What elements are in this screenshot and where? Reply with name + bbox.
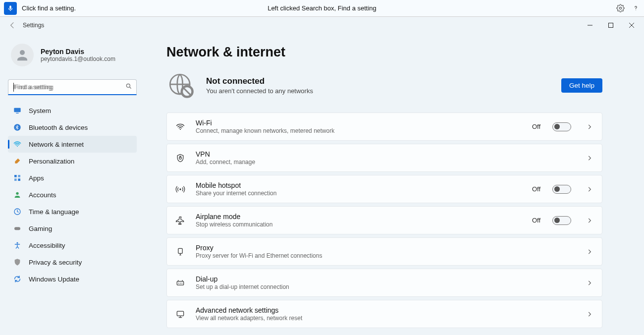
apps-icon	[13, 173, 22, 182]
card-mobile-hotspot[interactable]: Mobile hotspot Share your internet conne…	[166, 175, 602, 203]
sidebar-item-label: Personalization	[29, 158, 74, 165]
chevron-right-icon	[586, 248, 593, 255]
vpn-shield-icon	[175, 153, 186, 163]
sidebar-item-accounts[interactable]: Accounts	[8, 186, 137, 203]
svg-point-14	[16, 192, 18, 195]
connection-status: Not connected You aren't connected to an…	[166, 71, 602, 100]
svg-point-5	[126, 84, 130, 87]
microphone-icon	[7, 5, 14, 12]
search-input[interactable]	[8, 83, 136, 91]
svg-rect-12	[14, 178, 17, 181]
card-airplane-mode[interactable]: Airplane mode Stop wireless communicatio…	[166, 206, 602, 234]
card-subtitle: Share your internet connection	[196, 190, 522, 197]
profile-name: Peyton Davis	[41, 48, 115, 56]
profile-email: peytondavis.1@outlook.com	[41, 56, 115, 62]
card-title: Dial-up	[196, 275, 576, 283]
sidebar-item-gaming[interactable]: Gaming	[8, 220, 137, 237]
dialup-icon	[175, 278, 186, 288]
card-dialup[interactable]: Dial-up Set up a dial-up internet connec…	[166, 269, 602, 297]
sidebar-item-apps[interactable]: Apps	[8, 169, 137, 186]
card-vpn[interactable]: VPN Add, connect, manage	[166, 144, 602, 172]
wifi-icon	[175, 122, 186, 132]
help-icon[interactable]	[632, 4, 640, 12]
window-title: Settings	[23, 22, 44, 29]
minimize-button[interactable]	[586, 21, 594, 30]
wifi-icon	[13, 140, 22, 149]
airplane-toggle[interactable]	[552, 216, 571, 225]
sidebar-item-privacy[interactable]: Privacy & security	[8, 254, 137, 271]
maximize-button[interactable]	[606, 21, 615, 30]
sidebar-item-windows-update[interactable]: Windows Update	[8, 271, 137, 287]
card-wifi[interactable]: Wi-Fi Connect, manage known networks, me…	[166, 112, 602, 141]
search-box[interactable]: Find a setting	[8, 79, 137, 95]
avatar	[11, 44, 34, 66]
status-subtitle: You aren't connected to any networks	[206, 87, 313, 95]
svg-point-0	[619, 7, 621, 9]
wifi-toggle[interactable]	[552, 122, 571, 131]
gamepad-icon	[13, 224, 22, 233]
sidebar-item-label: Network & internet	[29, 141, 84, 148]
toggle-state-label: Off	[532, 123, 540, 130]
sidebar-item-label: Gaming	[29, 225, 52, 232]
card-title: Airplane mode	[196, 213, 522, 221]
sidebar-item-time-language[interactable]: Time & language	[8, 203, 137, 220]
close-button[interactable]	[627, 21, 636, 30]
svg-point-4	[20, 50, 25, 55]
instruction-text: Click find a setting.	[22, 4, 76, 12]
card-subtitle: Proxy server for Wi-Fi and Ethernet conn…	[196, 252, 576, 259]
microphone-button[interactable]	[4, 2, 17, 15]
airplane-icon	[175, 216, 186, 225]
svg-point-28	[180, 282, 181, 283]
brush-icon	[13, 157, 22, 166]
svg-point-2	[636, 9, 636, 10]
globe-clock-icon	[13, 207, 22, 216]
card-title: Mobile hotspot	[196, 181, 522, 189]
sidebar-item-personalization[interactable]: Personalization	[8, 153, 137, 169]
svg-rect-25	[178, 248, 182, 253]
svg-point-27	[178, 282, 179, 283]
account-icon	[13, 190, 22, 199]
person-icon	[15, 48, 30, 62]
svg-point-17	[17, 242, 18, 244]
hotspot-toggle[interactable]	[552, 185, 571, 194]
accessibility-icon	[13, 241, 22, 250]
card-subtitle: Add, connect, manage	[196, 159, 576, 166]
sidebar: Peyton Davis peytondavis.1@outlook.com F…	[0, 34, 149, 335]
sidebar-item-label: Windows Update	[29, 276, 79, 283]
sidebar-item-label: System	[29, 107, 51, 114]
card-subtitle: Set up a dial-up internet connection	[196, 283, 576, 290]
sidebar-item-label: Apps	[29, 174, 44, 182]
sidebar-item-bluetooth[interactable]: Bluetooth & devices	[8, 119, 137, 136]
sidebar-item-system[interactable]: System	[8, 102, 137, 119]
shield-icon	[13, 258, 22, 267]
svg-rect-6	[14, 108, 20, 112]
window-chrome: Settings	[0, 17, 644, 34]
chevron-right-icon	[586, 279, 593, 286]
card-proxy[interactable]: Proxy Proxy server for Wi-Fi and Etherne…	[166, 237, 602, 266]
svg-rect-16	[14, 227, 20, 230]
card-subtitle: Stop wireless communication	[196, 221, 522, 228]
card-title: VPN	[196, 150, 576, 158]
text-cursor	[13, 83, 14, 92]
chevron-right-icon	[586, 186, 593, 193]
back-button[interactable]	[8, 21, 17, 30]
sidebar-item-network[interactable]: Network & internet	[8, 136, 137, 153]
card-subtitle: View all network adapters, network reset	[196, 315, 576, 322]
profile-block[interactable]: Peyton Davis peytondavis.1@outlook.com	[8, 42, 137, 72]
svg-rect-30	[177, 311, 183, 316]
sidebar-item-label: Accounts	[29, 191, 56, 199]
back-arrow-icon	[8, 21, 16, 29]
card-subtitle: Connect, manage known networks, metered …	[196, 127, 522, 134]
svg-rect-3	[609, 23, 613, 28]
svg-rect-13	[18, 178, 20, 181]
sidebar-item-accessibility[interactable]: Accessibility	[8, 237, 137, 254]
proxy-icon	[175, 247, 186, 257]
gear-icon[interactable]	[616, 4, 625, 12]
card-advanced-network[interactable]: Advanced network settings View all netwo…	[166, 300, 602, 328]
card-title: Proxy	[196, 244, 576, 252]
instruction-center-text: Left clicked Search box, Find a setting	[268, 4, 376, 12]
svg-rect-11	[18, 175, 20, 177]
get-help-button[interactable]: Get help	[561, 78, 602, 93]
nav-list: System Bluetooth & devices Network & int…	[8, 102, 137, 287]
svg-point-29	[182, 282, 183, 283]
